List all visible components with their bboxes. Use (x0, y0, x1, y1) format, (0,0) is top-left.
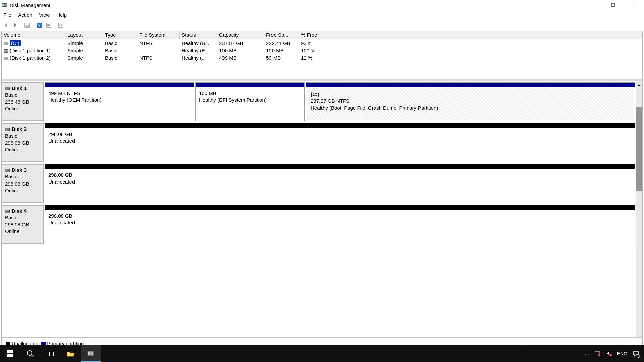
start-button[interactable] (0, 345, 20, 362)
volume-pct: 100 % (299, 48, 341, 53)
partition[interactable]: (C:)237.87 GB NTFSHealthy (Boot, Page Fi… (306, 82, 635, 121)
disk-row: Disk 1Basic238.46 GBOnline499 MB NTFSHea… (2, 82, 642, 121)
partition[interactable]: 298.08 GBUnallocated (45, 123, 635, 162)
volume-row[interactable]: (C:)SimpleBasicNTFSHealthy (B...237.87 G… (2, 39, 642, 47)
partition-size: 298.08 GB (48, 213, 631, 219)
svg-rect-1 (2, 4, 4, 6)
disk-label[interactable]: Disk 3Basic298.08 GBOnline (2, 164, 44, 203)
partition-stripe (306, 83, 635, 87)
volume-status: Healthy (E... (180, 48, 217, 53)
volume-capacity: 100 MB (217, 48, 264, 53)
disk-label[interactable]: Disk 1Basic238.46 GBOnline (2, 82, 44, 121)
disk-state: Online (5, 228, 41, 235)
minimize-button[interactable] (584, 0, 603, 10)
disk-state: Online (5, 105, 41, 112)
svg-line-23 (31, 355, 33, 357)
svg-point-15 (59, 24, 60, 25)
svg-text:×: × (610, 354, 611, 356)
window-title: Disk Management (10, 2, 50, 8)
volume-type: Basic (103, 55, 137, 61)
disk-icon (5, 87, 10, 90)
disk-scrollbar[interactable]: ▲ ▼ (636, 81, 642, 349)
partition[interactable]: 298.08 GBUnallocated (45, 164, 635, 203)
disk-row: Disk 3Basic298.08 GBOnline298.08 GBUnall… (2, 164, 642, 203)
svg-point-22 (27, 351, 32, 355)
disk-row: Disk 2Basic298.08 GBOnline298.08 GBUnall… (2, 123, 642, 162)
partition[interactable]: 499 MB NTFSHealthy (OEM Partition) (45, 82, 194, 121)
col-status[interactable]: Status (180, 31, 217, 39)
partition-status: Healthy (EFI System Partition) (199, 97, 301, 103)
partition-size: 499 MB NTFS (48, 90, 190, 97)
col-type[interactable]: Type (103, 31, 137, 39)
disk-graphical-panel: Disk 1Basic238.46 GBOnline499 MB NTFSHea… (2, 81, 642, 349)
partition-status: Unallocated (48, 138, 631, 144)
svg-rect-27 (88, 352, 90, 355)
disk-state: Online (5, 187, 41, 194)
col-capacity[interactable]: Capacity (217, 31, 264, 39)
back-button[interactable] (1, 21, 10, 30)
volume-row[interactable]: (Disk 1 partition 2)SimpleBasicNTFSHealt… (2, 54, 642, 61)
svg-rect-20 (7, 354, 10, 357)
menu-file[interactable]: File (2, 11, 15, 19)
volume-pct: 93 % (299, 40, 341, 46)
partition-stripe (45, 205, 635, 210)
partition[interactable]: 100 MBHealthy (EFI System Partition) (195, 82, 305, 121)
volume-type: Basic (103, 48, 137, 53)
volume-capacity: 499 MB (217, 55, 264, 61)
disk-state: Online (5, 146, 41, 153)
taskbar-disk-management[interactable] (81, 345, 101, 362)
forward-button[interactable] (11, 21, 19, 30)
col-free[interactable]: Free Sp... (264, 31, 299, 39)
volume-list[interactable]: (C:)SimpleBasicNTFSHealthy (B...237.87 G… (2, 39, 642, 79)
col-layout[interactable]: Layout (65, 31, 103, 39)
svg-text:×: × (599, 354, 600, 356)
volume-status: Healthy (... (180, 55, 217, 61)
volume-type: Basic (103, 40, 137, 46)
col-pct[interactable]: % Free (299, 31, 341, 39)
volume-list-header: Volume Layout Type File System Status Ca… (2, 31, 642, 39)
refresh-button[interactable] (23, 21, 32, 30)
volume-name: (C:) (10, 40, 21, 46)
tray-volume-icon[interactable]: × (606, 350, 612, 357)
volume-row[interactable]: (Disk 1 partition 1)SimpleBasicHealthy (… (2, 47, 642, 54)
tray-chevron-icon[interactable]: ︿ (585, 351, 589, 357)
partition-size: 237.87 GB NTFS (311, 98, 630, 104)
taskview-button[interactable] (40, 345, 60, 362)
menu-view[interactable]: View (36, 11, 53, 19)
properties-button[interactable] (56, 21, 65, 30)
disk-size: 298.08 GB (5, 221, 41, 228)
scroll-thumb[interactable] (636, 107, 642, 191)
tray-notifications[interactable]: 3 (633, 350, 639, 358)
partition[interactable]: 298.08 GBUnallocated (45, 205, 635, 244)
volume-name: (Disk 1 partition 2) (10, 55, 51, 61)
tray-language[interactable]: ENG (617, 351, 627, 356)
volume-layout: Simple (65, 40, 103, 46)
disk-type: Basic (5, 133, 41, 139)
tray-network-icon[interactable]: × (594, 350, 600, 357)
settings-button[interactable] (44, 21, 53, 30)
disk-size: 298.08 GB (5, 140, 41, 146)
search-button[interactable] (20, 345, 40, 362)
partition-stripe (45, 123, 635, 128)
disk-type: Basic (5, 92, 41, 98)
disk-name: Disk 3 (12, 167, 27, 173)
volume-icon (4, 42, 8, 45)
volume-pct: 12 % (299, 55, 341, 61)
col-volume[interactable]: Volume (2, 31, 65, 39)
taskbar-file-explorer[interactable] (60, 345, 81, 362)
svg-rect-4 (611, 3, 615, 7)
menu-action[interactable]: Action (15, 11, 36, 19)
disk-name: Disk 2 (12, 126, 27, 133)
volume-free: 222.41 GB (264, 40, 299, 46)
menu-help[interactable]: Help (53, 11, 70, 19)
col-fs[interactable]: File System (137, 31, 180, 39)
disk-label[interactable]: Disk 4Basic298.08 GBOnline (2, 205, 44, 244)
partition-status: Unallocated (48, 219, 631, 226)
volume-free: 59 MB (264, 55, 299, 61)
maximize-button[interactable] (603, 0, 623, 10)
taskbar: ︿ × × ENG 3 (0, 345, 644, 362)
scroll-up-button[interactable]: ▲ (636, 81, 642, 88)
close-button[interactable] (623, 0, 642, 10)
disk-label[interactable]: Disk 2Basic298.08 GBOnline (2, 123, 44, 162)
help-button[interactable]: ? (35, 21, 44, 30)
